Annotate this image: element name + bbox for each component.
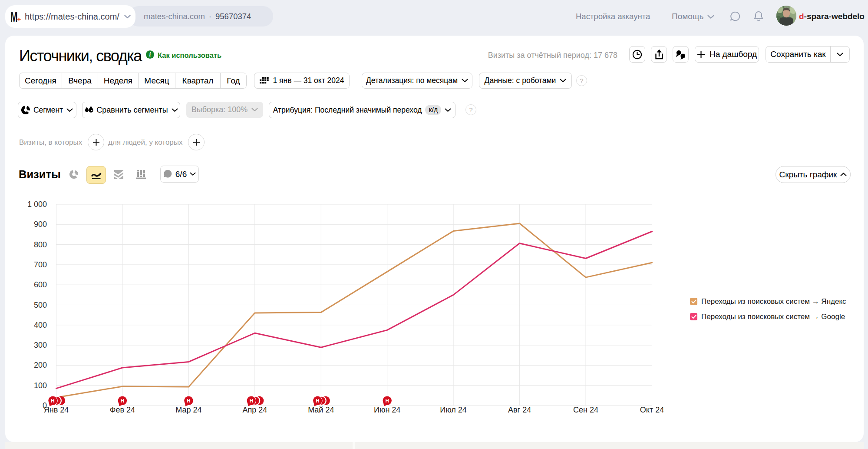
svg-text:Мар 24: Мар 24 bbox=[175, 406, 201, 414]
svg-text:Май 24: Май 24 bbox=[308, 406, 334, 414]
svg-text:Окт 24: Окт 24 bbox=[640, 406, 664, 414]
svg-text:300: 300 bbox=[34, 341, 47, 349]
svg-text:100: 100 bbox=[34, 381, 47, 390]
svg-text:Н: Н bbox=[316, 398, 319, 403]
svg-text:Н: Н bbox=[121, 398, 124, 403]
svg-text:700: 700 bbox=[34, 260, 47, 269]
svg-text:Фев 24: Фев 24 bbox=[110, 406, 135, 414]
svg-text:900: 900 bbox=[34, 220, 47, 229]
svg-text:Сен 24: Сен 24 bbox=[573, 406, 598, 414]
svg-text:Н: Н bbox=[250, 398, 253, 403]
svg-text:Н: Н bbox=[51, 398, 54, 403]
svg-text:600: 600 bbox=[34, 280, 47, 289]
svg-text:Авг 24: Авг 24 bbox=[508, 406, 531, 414]
svg-text:Янв 24: Янв 24 bbox=[44, 406, 69, 414]
svg-text:Н: Н bbox=[386, 398, 389, 403]
svg-text:400: 400 bbox=[34, 321, 47, 329]
svg-text:500: 500 bbox=[34, 301, 47, 309]
svg-text:Июн 24: Июн 24 bbox=[374, 406, 400, 414]
svg-text:1 000: 1 000 bbox=[27, 200, 47, 209]
svg-text:Июл 24: Июл 24 bbox=[440, 406, 467, 414]
svg-text:Апр 24: Апр 24 bbox=[242, 406, 267, 414]
svg-text:Н: Н bbox=[187, 398, 190, 403]
svg-text:800: 800 bbox=[34, 240, 47, 249]
svg-text:200: 200 bbox=[34, 361, 47, 369]
